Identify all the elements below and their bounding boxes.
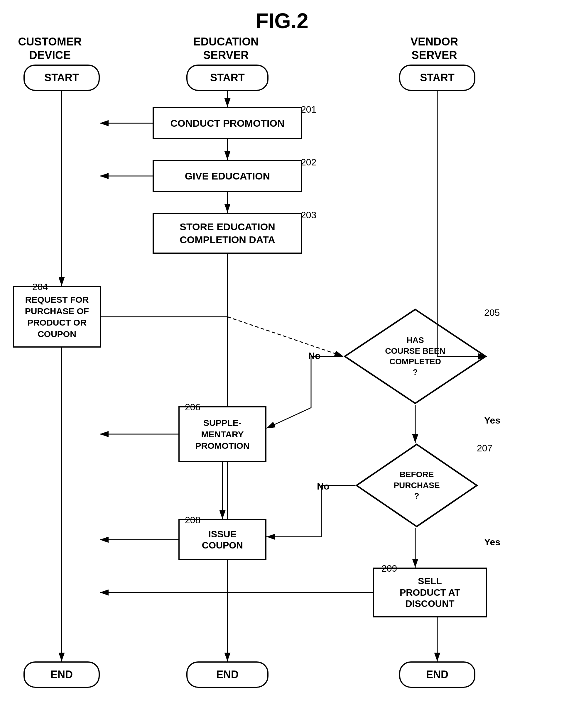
sell-product: SELLPRODUCT ATDISCOUNT [373,568,487,617]
end-education: END [186,661,268,688]
diagram-container: FIG.2 CUSTOMERDEVICE EDUCATIONSERVER VEN… [0,0,564,728]
supplementary: SUPPLE-MENTARYPROMOTION [178,406,266,462]
ref-204: 204 [32,282,48,292]
figure-title: FIG.2 [255,9,309,33]
col-header-vendor: VENDORSERVER [396,35,472,62]
ref-208: 208 [185,515,200,526]
before-purchase-decision: BEFOREPURCHASE? [355,443,478,528]
no-label-205: No [308,351,321,361]
svg-line-13 [227,317,343,356]
give-education: GIVE EDUCATION [153,160,302,192]
ref-202: 202 [301,157,316,168]
yes-label-207: Yes [484,537,500,548]
request-purchase: REQUEST FORPURCHASE OFPRODUCT ORCOUPON [13,286,101,348]
ref-203: 203 [301,210,316,221]
start-customer: START [23,65,100,91]
ref-205: 205 [484,307,500,318]
start-vendor: START [399,65,475,91]
ref-207: 207 [477,443,492,454]
has-course-decision: HASCOURSE BEENCOMPLETED? [343,308,487,405]
end-vendor: END [399,661,475,688]
ref-209: 209 [382,563,397,574]
end-customer: END [23,661,100,688]
no-label-207: No [317,481,330,492]
svg-line-18 [266,408,311,428]
yes-label-205: Yes [484,415,500,426]
conduct-promotion: CONDUCT PROMOTION [153,107,302,139]
start-education: START [186,65,268,91]
col-header-customer: CUSTOMERDEVICE [18,35,82,62]
ref-206: 206 [185,402,200,413]
ref-201: 201 [301,104,316,115]
store-education: STORE EDUCATIONCOMPLETION DATA [153,213,302,254]
col-header-education: EDUCATIONSERVER [188,35,264,62]
